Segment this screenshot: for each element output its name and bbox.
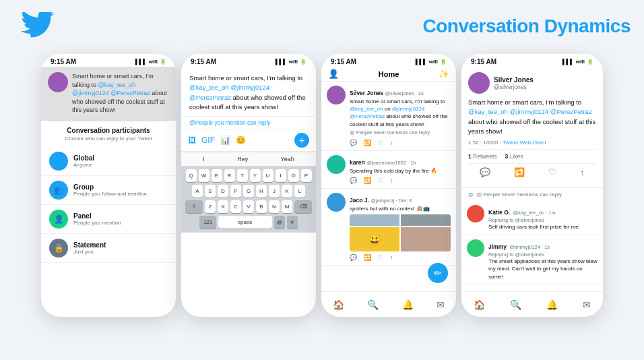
key-j[interactable]: J	[269, 185, 280, 198]
phone3-tweet-3[interactable]: Jaco J. @jamjacoj · Dec 3 spoilers but w…	[321, 189, 456, 266]
nav-profile-icon[interactable]: 👤	[328, 69, 339, 79]
key-row-2: A S D F G H J K L	[184, 185, 313, 198]
key-n[interactable]: N	[269, 200, 280, 213]
emoji-icon[interactable]: 😊	[236, 136, 246, 145]
phone1-option-statement[interactable]: 🔒 Statement Just you	[41, 234, 176, 263]
suggestion-1[interactable]: Hey	[237, 156, 248, 162]
share-action[interactable]: ↑	[390, 140, 393, 146]
key-r[interactable]: R	[224, 169, 235, 182]
like-action2[interactable]: ♡	[378, 177, 383, 184]
key-g[interactable]: G	[243, 185, 254, 198]
tweet3-body: Jaco J. @jamjacoj · Dec 3 spoilers but w…	[350, 193, 451, 261]
phone3-status-icons: ▌▌▌ wifi 🔋	[416, 59, 447, 65]
key-i[interactable]: I	[276, 169, 286, 182]
share-action3[interactable]: ↑	[390, 254, 393, 261]
bell-nav-icon[interactable]: 🔔	[402, 299, 414, 310]
suggestion-0[interactable]: I	[203, 156, 205, 162]
reply-action4[interactable]: 💬	[480, 167, 490, 177]
key-l[interactable]: L	[294, 185, 305, 198]
like-action4[interactable]: ♡	[548, 167, 556, 177]
space-key[interactable]: space	[218, 216, 272, 229]
home-nav-icon4[interactable]: 🏠	[474, 299, 485, 310]
reply-action3[interactable]: 💬	[350, 254, 357, 261]
key-p[interactable]: P	[301, 169, 312, 182]
phone4-time: 9:15 AM	[471, 58, 496, 65]
hash-key[interactable]: #	[287, 216, 298, 229]
retweet-action4[interactable]: 🔁	[514, 167, 525, 177]
phone4-user-name: Silver Jones	[494, 76, 534, 84]
send-button[interactable]: +	[294, 133, 309, 148]
key-x[interactable]: X	[218, 200, 228, 213]
phone4-tweet-avatar	[468, 72, 490, 94]
home-nav-icon[interactable]: 🏠	[333, 299, 344, 310]
phone1-option-global[interactable]: 🌐 Global Anyone	[41, 147, 176, 176]
at-key[interactable]: @	[274, 216, 285, 229]
phone-4: 9:15 AM ▌▌▌ wifi 🔋 Silver Jones @silverj…	[461, 54, 603, 317]
poll-icon[interactable]: 📊	[220, 136, 230, 145]
phone1-tweet-header: Smart home or smart cars, I'm talking to…	[41, 67, 176, 121]
battery-icon: 🔋	[160, 59, 166, 65]
twitter-logo	[20, 12, 54, 40]
key-u[interactable]: U	[263, 169, 273, 182]
key-h[interactable]: H	[256, 185, 267, 198]
reply-action2[interactable]: 💬	[350, 177, 357, 184]
backspace-key[interactable]: ⌫	[294, 200, 312, 213]
search-nav-icon4[interactable]: 🔍	[510, 299, 521, 310]
phone1-group-text: Group People you follow and mention	[73, 183, 147, 197]
key-y[interactable]: Y	[250, 169, 261, 182]
phone4-reply-1[interactable]: Katie O. @kay_tee_oh · 1m Replying to @s…	[461, 201, 603, 235]
key-z[interactable]: Z	[205, 200, 216, 213]
mail-nav-icon4[interactable]: ✉	[583, 299, 591, 310]
key-v[interactable]: V	[243, 200, 254, 213]
like-action3[interactable]: ♡	[378, 254, 383, 261]
key-q[interactable]: Q	[186, 169, 197, 182]
phone2-time: 9:15 AM	[191, 58, 216, 65]
phone2-tweet-area[interactable]: Smart home or smart cars, I'm talking to…	[181, 67, 316, 116]
wifi-icon: wifi	[429, 59, 438, 65]
shift-key[interactable]: ⇧	[185, 200, 203, 213]
key-e[interactable]: E	[212, 169, 222, 182]
key-k[interactable]: K	[282, 185, 292, 198]
like-action[interactable]: ♡	[378, 140, 383, 146]
reply2-text: The smart appliances at this years show …	[488, 258, 598, 280]
phone1-option-group[interactable]: 👥 Group People you follow and mention	[41, 176, 176, 205]
phone3-tweet-2[interactable]: karen @karenisme1953 · 1h Spending this …	[321, 151, 456, 189]
key-o[interactable]: O	[288, 169, 299, 182]
phones-container: 9:15 AM ▌▌▌ wifi 🔋 Smart home or smart c…	[7, 54, 637, 317]
retweet-action3[interactable]: 🔁	[364, 254, 371, 261]
image-icon[interactable]: 🖼	[188, 136, 196, 145]
bell-nav-icon4[interactable]: 🔔	[546, 299, 558, 310]
nav-sparkle-icon[interactable]: ✨	[439, 69, 449, 79]
mail-nav-icon[interactable]: ✉	[437, 299, 445, 310]
key-b[interactable]: B	[256, 200, 267, 213]
phone4-user-row: Silver Jones @silverjones	[468, 72, 596, 94]
key-s[interactable]: S	[205, 185, 216, 198]
search-nav-icon[interactable]: 🔍	[367, 299, 379, 310]
key-w[interactable]: W	[199, 169, 210, 182]
gif-icon[interactable]: GIF	[201, 136, 215, 145]
tweet3-img3: 😀	[350, 227, 399, 251]
phone1-panel-text: Panel People you mention	[73, 212, 121, 226]
retweet-action2[interactable]: 🔁	[364, 177, 371, 184]
phone2-mention-note: @People you mention can reply	[181, 116, 316, 129]
suggestion-2[interactable]: Yeah	[281, 156, 294, 162]
key-f[interactable]: F	[230, 185, 241, 198]
phone3-tweet-1[interactable]: Silver Jones @silverjones · 1s Smart hom…	[321, 82, 456, 151]
share-action4[interactable]: ↑	[580, 167, 585, 177]
key-c[interactable]: C	[230, 200, 241, 213]
phone1-status-icons: ▌▌▌ wifi 🔋	[135, 59, 166, 65]
reply-action[interactable]: 💬	[350, 140, 357, 146]
phone1-option-panel[interactable]: 👤 Panel People you mention	[41, 205, 176, 234]
phone4-reply-2[interactable]: Jimmy @jimmyj0124 · 1s Replying to @silv…	[461, 235, 603, 285]
tweet2-name: karen	[350, 159, 366, 166]
wifi-icon: wifi	[149, 59, 158, 65]
retweet-action[interactable]: 🔁	[364, 140, 371, 146]
phone2-status-bar: 9:15 AM ▌▌▌ wifi 🔋	[181, 54, 316, 67]
num-key[interactable]: 123	[199, 216, 216, 229]
key-d[interactable]: D	[218, 185, 228, 198]
key-a[interactable]: A	[192, 185, 203, 198]
key-t[interactable]: T	[237, 169, 248, 182]
share-action2[interactable]: ↑	[390, 177, 393, 184]
compose-button[interactable]: ✏	[428, 263, 448, 283]
key-m[interactable]: M	[282, 200, 292, 213]
